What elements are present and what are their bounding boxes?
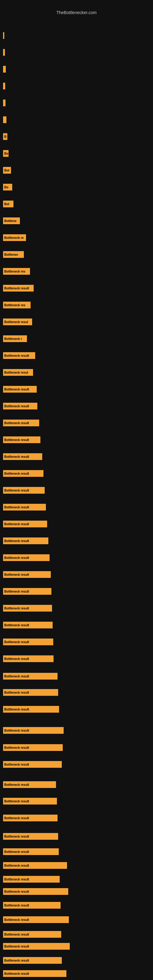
- bar-row-37: Bottleneck result: [3, 638, 53, 645]
- bar-20: Bottleneck result: [3, 352, 35, 359]
- bar-8: Bo: [3, 150, 9, 157]
- bar-row-12: Bottlene: [3, 218, 20, 224]
- bar-50: Bottleneck result: [3, 862, 67, 869]
- bar-35: Bottleneck result: [3, 605, 52, 612]
- bar-label-36: Bottleneck result: [4, 624, 29, 627]
- bar-row-7: B: [3, 133, 7, 140]
- bar-3: [3, 66, 6, 73]
- bar-26: Bottleneck result: [3, 453, 42, 460]
- bar-row-20: Bottleneck result: [3, 352, 35, 359]
- bar-52: Bottleneck result: [3, 888, 68, 895]
- bar-16: Bottleneck result: [3, 285, 33, 291]
- bar-row-33: Bottleneck result: [3, 571, 51, 578]
- bar-54: Bottleneck result: [3, 916, 69, 923]
- bar-row-11: Bol: [3, 200, 13, 207]
- bar-row-26: Bottleneck result: [3, 453, 42, 460]
- bar-41: Bottleneck result: [3, 706, 59, 713]
- bar-29: Bottleneck result: [3, 504, 46, 511]
- bar-row-53: Bottleneck result: [3, 902, 61, 908]
- bar-label-18: Bottleneck resul: [4, 320, 28, 324]
- bar-57: Bottleneck result: [3, 957, 62, 964]
- bar-49: Bottleneck result: [3, 848, 59, 855]
- bar-row-54: Bottleneck result: [3, 916, 69, 923]
- bar-label-30: Bottleneck result: [4, 522, 29, 526]
- bar-label-56: Bottleneck result: [4, 945, 29, 948]
- bar-row-2: [3, 49, 5, 56]
- bar-44: Bottleneck result: [3, 761, 62, 768]
- bar-row-22: Bottleneck result: [3, 386, 37, 393]
- bar-row-49: Bottleneck result: [3, 848, 59, 855]
- bar-label-17: Bottleneck res: [4, 304, 26, 307]
- bar-row-4: [3, 83, 5, 89]
- bar-10: Bo: [3, 184, 12, 191]
- bar-row-47: Bottleneck result: [3, 815, 57, 821]
- bar-label-13: Bottleneck re: [4, 236, 24, 240]
- bar-row-25: Bottleneck result: [3, 436, 40, 443]
- chart-area: TheBottlenecker.com BBoBotBoBolBottleneB…: [0, 6, 153, 980]
- bar-row-19: Bottleneck r: [3, 335, 27, 342]
- bar-label-38: Bottleneck result: [4, 657, 29, 660]
- bar-39: Bottleneck result: [3, 673, 57, 679]
- bar-row-57: Bottleneck result: [3, 957, 62, 964]
- bar-label-16: Bottleneck result: [4, 286, 29, 290]
- bar-6: [3, 116, 6, 123]
- bar-label-48: Bottleneck result: [4, 835, 29, 838]
- bar-53: Bottleneck result: [3, 902, 61, 908]
- bar-row-9: Bot: [3, 167, 11, 173]
- bar-label-15: Bottleneck res: [4, 270, 26, 273]
- bar-24: Bottleneck result: [3, 420, 39, 426]
- bar-row-36: Bottleneck result: [3, 622, 53, 628]
- bar-row-23: Bottleneck result: [3, 403, 37, 409]
- bar-row-21: Bottleneck resul: [3, 369, 33, 376]
- bar-label-46: Bottleneck result: [4, 800, 29, 803]
- bar-row-42: Bottleneck result: [3, 727, 64, 734]
- bar-23: Bottleneck result: [3, 403, 37, 409]
- bar-5: [3, 100, 5, 106]
- bar-row-41: Bottleneck result: [3, 706, 59, 713]
- bar-label-34: Bottleneck result: [4, 590, 29, 593]
- bar-label-52: Bottleneck result: [4, 890, 29, 893]
- bar-row-58: Bottleneck result: [3, 970, 66, 977]
- bar-row-51: Bottleneck result: [3, 876, 60, 883]
- bar-row-3: [3, 66, 6, 73]
- bar-label-58: Bottleneck result: [4, 972, 29, 975]
- bar-12: Bottlene: [3, 218, 20, 224]
- bar-row-56: Bottleneck result: [3, 943, 70, 950]
- bar-11: Bol: [3, 200, 13, 207]
- bar-label-31: Bottleneck result: [4, 539, 29, 542]
- bar-row-27: Bottleneck result: [3, 470, 43, 477]
- bar-38: Bottleneck result: [3, 655, 54, 662]
- bar-56: Bottleneck result: [3, 943, 70, 950]
- bar-label-39: Bottleneck result: [4, 675, 29, 678]
- bar-label-27: Bottleneck result: [4, 472, 29, 475]
- site-title: TheBottlenecker.com: [0, 8, 153, 18]
- bar-label-19: Bottleneck r: [4, 337, 22, 340]
- bar-row-5: [3, 100, 5, 106]
- bar-row-50: Bottleneck result: [3, 862, 67, 869]
- bar-row-14: Bottlenec: [3, 251, 24, 258]
- bar-45: Bottleneck result: [3, 781, 56, 788]
- bar-40: Bottleneck result: [3, 689, 58, 696]
- bar-37: Bottleneck result: [3, 638, 53, 645]
- bar-row-16: Bottleneck result: [3, 285, 33, 291]
- bar-32: Bottleneck result: [3, 554, 49, 561]
- bar-row-52: Bottleneck result: [3, 888, 68, 895]
- bar-row-44: Bottleneck result: [3, 761, 62, 768]
- bar-row-17: Bottleneck res: [3, 302, 30, 309]
- bar-row-1: [3, 32, 4, 39]
- bar-row-28: Bottleneck result: [3, 487, 45, 494]
- bar-7: B: [3, 133, 7, 140]
- bar-55: Bottleneck result: [3, 931, 61, 938]
- bar-row-15: Bottleneck res: [3, 268, 30, 275]
- bar-label-8: Bo: [4, 152, 8, 155]
- bar-label-49: Bottleneck result: [4, 850, 29, 854]
- bar-row-39: Bottleneck result: [3, 673, 57, 679]
- bar-label-12: Bottlene: [4, 219, 16, 223]
- bar-48: Bottleneck result: [3, 833, 58, 840]
- bar-label-33: Bottleneck result: [4, 573, 29, 576]
- bar-15: Bottleneck res: [3, 268, 30, 275]
- bar-label-26: Bottleneck result: [4, 455, 29, 458]
- bar-label-51: Bottleneck result: [4, 878, 29, 881]
- bar-row-48: Bottleneck result: [3, 833, 58, 840]
- bar-label-43: Bottleneck result: [4, 746, 29, 749]
